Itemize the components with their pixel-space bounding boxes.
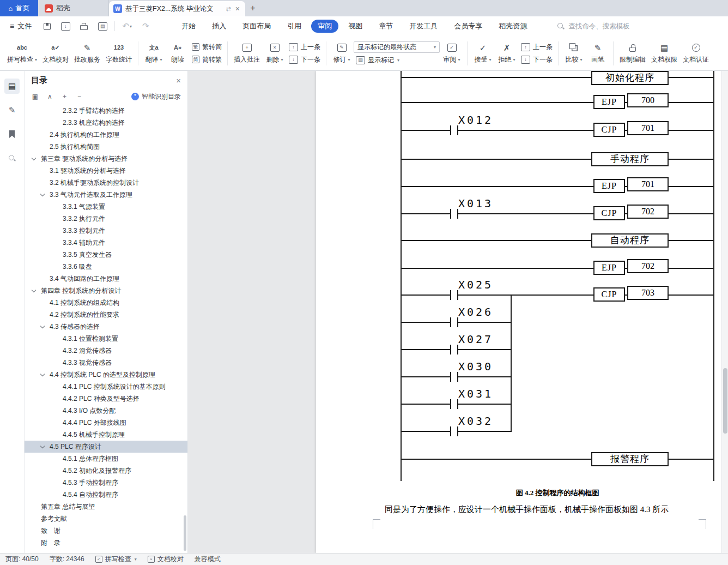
menu-item[interactable]: 页面布局 [236, 20, 277, 33]
toc-item[interactable]: 3.3.3 控制元件 [25, 225, 187, 237]
toc-item[interactable]: 4.4 控制系统 PLC 的选型及控制原理 [25, 369, 187, 381]
compat-mode-indicator[interactable]: 兼容模式 [195, 555, 221, 564]
reject-change-button[interactable]: ✗ 拒绝▾ [495, 38, 519, 69]
body-paragraph[interactable]: 同是为了方便操作，应设计一个机械手操作面板，机械手操作面板如图 4.3 所示 [385, 504, 704, 515]
trad-to-simp-button[interactable]: 繁 繁转简 [190, 42, 224, 52]
toc-item[interactable]: 第四章 控制系统的分析设计 [25, 285, 187, 297]
toc-item[interactable]: 3.3.4 辅助元件 [25, 237, 187, 249]
find-panel-button[interactable] [4, 151, 20, 166]
toc-item[interactable]: 4.5 PLC 程序设计 [25, 441, 187, 453]
menu-item[interactable]: 引用 [281, 20, 308, 33]
pen-button[interactable]: ✎ 画笔 [586, 38, 610, 69]
prev-change-button[interactable]: ↑ 上一条 [519, 42, 555, 52]
correction-service-button[interactable]: ✎ 批改服务 [71, 38, 103, 69]
chevron-down-icon[interactable] [40, 192, 45, 196]
toc-collapse-icon[interactable]: ∧ [46, 93, 54, 100]
menu-item[interactable]: 插入 [205, 20, 233, 33]
toc-item[interactable]: 4.3.3 视觉传感器 [25, 357, 187, 369]
smart-recognize-button[interactable]: * 智能识别目录 [131, 92, 181, 101]
command-search[interactable]: 查找命令、搜索模板 [557, 22, 630, 31]
scrollbar-thumb[interactable] [723, 368, 727, 434]
spell-check-button[interactable]: abc 拼写检查▾ [4, 38, 40, 69]
toc-item[interactable]: 2.4 执行机构的工作原理 [25, 129, 187, 141]
toc-select-icon[interactable]: ▣ [31, 93, 39, 100]
toc-scrollbar[interactable] [184, 515, 186, 551]
toc-expand-all-icon[interactable]: + [60, 93, 69, 100]
delete-comment-button[interactable]: × 删除▾ [263, 38, 287, 69]
toc-item[interactable]: 3.3.6 吸盘 [25, 261, 187, 273]
word-count-indicator[interactable]: 字数: 24346 [50, 555, 84, 564]
toc-item[interactable]: 3.2 机械手驱动系统的控制设计 [25, 177, 187, 189]
toc-item[interactable]: 3.3 气动元件选取及工作原理 [25, 189, 187, 201]
toc-item[interactable]: 第三章 驱动系统的分析与选择 [25, 153, 187, 165]
toc-item[interactable]: 4.4.5 机械手控制原理 [25, 429, 187, 441]
print-preview-button[interactable]: ▤ [96, 20, 109, 33]
read-aloud-button[interactable]: A» 朗读 [166, 38, 190, 69]
toc-item[interactable]: 3.1 驱动系统的分析与选择 [25, 165, 187, 177]
toc-item[interactable]: 4.4.4 PLC 外部接线图 [25, 417, 187, 429]
toc-item[interactable]: 4.5.3 手动控制程序 [25, 477, 187, 489]
toc-item[interactable]: 4.4.1 PLC 控制系统设计的基本原则 [25, 381, 187, 393]
doc-permission-button[interactable]: ▤ 文档权限 [648, 38, 680, 69]
new-tab-button[interactable]: + [245, 0, 260, 16]
chevron-down-icon[interactable] [40, 324, 45, 328]
next-comment-button[interactable]: ↓ 下一条 [287, 55, 323, 65]
toc-item[interactable]: 第五章 总结与展望 [25, 501, 187, 513]
toc-item[interactable]: 4.5.2 初始化及报警程序 [25, 465, 187, 477]
compare-button[interactable]: 比较▾ [562, 38, 586, 69]
export-button[interactable]: ↓ [59, 20, 72, 33]
toc-item[interactable]: 3.3.5 真空发生器 [25, 249, 187, 261]
document-tab[interactable]: W 基于三菱FX2...系统 毕业论文 ⇄ × [109, 1, 245, 16]
toc-item[interactable]: 4.1 控制系统的组成结构 [25, 297, 187, 309]
home-tab[interactable]: ⌂ 首页 [0, 0, 38, 16]
insert-comment-button[interactable]: + 插入批注 [231, 38, 263, 69]
chevron-down-icon[interactable] [32, 288, 36, 292]
menu-item[interactable]: 视图 [342, 20, 369, 33]
document-page[interactable]: 初始化程序 手动程序 自动程序 报警程序 EJP 700 CJP 701 EJP… [316, 71, 721, 553]
toc-item[interactable]: 4.3 传感器的选择 [25, 321, 187, 333]
toc-item[interactable]: 4.5.1 总体程序框图 [25, 453, 187, 465]
docer-tab[interactable]: 稻壳 [38, 0, 109, 16]
chevron-down-icon[interactable] [32, 156, 36, 160]
restrict-editing-button[interactable]: 限制编辑 [617, 38, 648, 69]
toc-item[interactable]: 4.3.1 位置检测装置 [25, 333, 187, 345]
spellcheck-status[interactable]: ✓ 拼写检查▾ [95, 555, 137, 564]
toc-item[interactable]: 致 谢 [25, 525, 187, 537]
menu-item[interactable]: 稻壳资源 [492, 20, 533, 33]
toc-item[interactable]: 3.3.1 气源装置 [25, 201, 187, 213]
page-indicator[interactable]: 页面: 40/50 [5, 555, 39, 564]
undo-button[interactable]: ↶▾ [120, 20, 134, 33]
toc-collapse-all-icon[interactable]: − [75, 93, 83, 100]
document-scrollbar[interactable] [721, 71, 728, 553]
toc-item[interactable]: 4.4.2 PLC 种类及型号选择 [25, 393, 187, 405]
review-button[interactable]: ✓ 审阅▾ [440, 38, 464, 69]
chevron-down-icon[interactable] [40, 444, 45, 448]
toc-item[interactable]: 2.3.2 手臂结构的选择 [25, 105, 187, 117]
outline-panel-button[interactable]: ▤ [4, 79, 20, 94]
chevron-down-icon[interactable] [40, 372, 45, 376]
menu-item[interactable]: 会员专享 [447, 20, 489, 33]
simp-to-trad-button[interactable]: 简 简转繁 [190, 55, 224, 65]
menu-item[interactable]: 审阅 [311, 20, 338, 33]
menu-item[interactable]: 章节 [372, 20, 399, 33]
file-menu[interactable]: ≡ 文件 [5, 19, 36, 33]
markup-state-dropdown[interactable]: 显示标记的最终状态▾ [354, 41, 440, 53]
close-tab-icon[interactable]: × [234, 4, 241, 13]
word-count-button[interactable]: 123 字数统计 [103, 38, 135, 69]
redo-button[interactable]: ↷ [139, 20, 152, 33]
prev-comment-button[interactable]: ↑ 上一条 [287, 42, 323, 52]
doc-proofing-button[interactable]: a✓ 文档校对 [40, 38, 71, 69]
toc-item[interactable]: 2.3.3 机座结构的选择 [25, 117, 187, 129]
toc-item[interactable]: 附 录 [25, 537, 187, 549]
toc-item[interactable]: 3.3.2 执行元件 [25, 213, 187, 225]
show-markup-button[interactable]: ▤ 显示标记▾ [354, 55, 440, 65]
menu-item[interactable]: 开发工具 [403, 20, 444, 33]
translate-button[interactable]: 文a 翻译▾ [142, 38, 166, 69]
toc-item[interactable]: 4.3.2 滑觉传感器 [25, 345, 187, 357]
print-button[interactable] [77, 20, 90, 33]
toc-item[interactable]: 4.5.4 自动控制程序 [25, 489, 187, 501]
track-changes-button[interactable]: ✎ 修订▾ [330, 38, 354, 69]
doc-proofing-status[interactable]: × 文档校对 [148, 555, 184, 564]
close-panel-icon[interactable]: × [176, 76, 181, 85]
bookmark-panel-button[interactable] [4, 127, 20, 142]
